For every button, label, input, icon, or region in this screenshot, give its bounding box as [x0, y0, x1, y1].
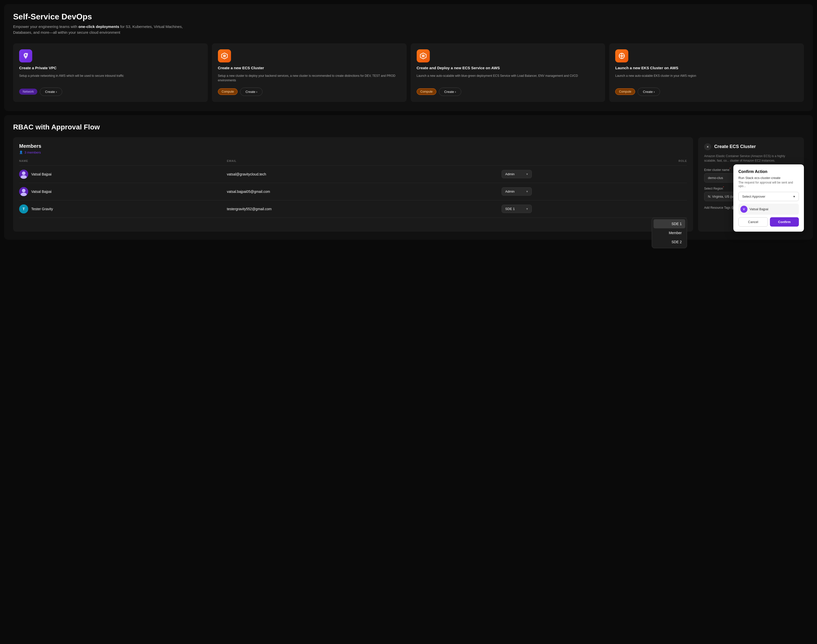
pagination: 1–3 of: [19, 222, 687, 225]
member-email: vatsal@gravitycloud.tech: [227, 166, 502, 183]
rbac-content: Members 3 members NAME EMAIL ROLE: [13, 137, 804, 232]
card-ecs-service-title: Create and Deploy a new ECS Service on A…: [417, 66, 599, 71]
member-role-cell: SDE 1 ▾ SDE 1 Member SDE 2: [502, 200, 687, 218]
add-tags-label: Add Resource Tags i: [704, 206, 736, 210]
dropdown-item-sde2[interactable]: SDE 2: [654, 238, 685, 247]
role-value: Admin: [505, 190, 515, 193]
cancel-button[interactable]: Cancel: [739, 217, 768, 227]
approver-option[interactable]: V Vatsal Bajpai: [739, 204, 799, 215]
card-ecs-service: Create and Deploy a new ECS Service on A…: [411, 43, 605, 102]
members-count: 3 members: [19, 150, 687, 154]
member-name: Vatsal Bajpai: [31, 190, 52, 193]
svg-marker-2: [223, 54, 226, 57]
col-role: ROLE: [502, 159, 687, 166]
confirm-action-stack-text: Run Stack ecs-cluster-create: [739, 176, 799, 180]
hero-subtitle-bold: one-click deployments: [78, 25, 119, 29]
card-ecs-cluster-badge[interactable]: Compute: [218, 88, 238, 95]
hero-subtitle-plain: Empower your engineering teams with: [13, 25, 78, 29]
role-dropdown-open[interactable]: SDE 1 ▾: [502, 205, 532, 213]
member-email: testergravity552@gmail.com: [227, 200, 502, 218]
card-ecs-service-footer: Compute Create ›: [417, 87, 599, 96]
member-email: vatsal.bajpai05@gmail.com: [227, 183, 502, 200]
card-vpc-icon: [19, 49, 32, 63]
role-dropdown[interactable]: Admin ▾: [502, 170, 532, 178]
card-ecs-service-desc: Launch a new auto-scalable with blue-gre…: [417, 74, 599, 83]
card-vpc-badge[interactable]: Network: [19, 89, 37, 95]
card-eks-title: Launch a new EKS Cluster on AWS: [615, 66, 798, 71]
confirm-action-title: Confirm Action: [739, 169, 799, 174]
ecs-cluster-panel: × Create ECS Cluster Amazon Elastic Cont…: [698, 137, 804, 232]
members-panel-title: Members: [19, 143, 687, 149]
card-ecs-cluster-desc: Setup a new cluster to deploy your backe…: [218, 74, 401, 83]
confirm-action-desc: The request for approval will be sent an…: [739, 181, 799, 188]
card-ecs-cluster-title: Create a new ECS Cluster: [218, 66, 401, 71]
member-name: Vatsal Bajpai: [31, 172, 52, 176]
avatar: T: [19, 204, 28, 213]
hero-title: Self-Service DevOps: [13, 12, 804, 21]
card-eks-badge[interactable]: Compute: [615, 88, 635, 95]
dropdown-item-member[interactable]: Member: [654, 228, 685, 238]
select-approver-dropdown[interactable]: Select Approver ▾: [739, 192, 799, 201]
confirm-buttons: Cancel Confirm: [739, 217, 799, 227]
member-name: Tester Gravity: [31, 207, 53, 211]
col-email: EMAIL: [227, 159, 502, 166]
svg-point-15: [22, 189, 25, 192]
member-name-cell: Vatsal Bajpai: [19, 183, 227, 200]
card-eks-create-btn[interactable]: Create ›: [637, 87, 660, 96]
rbac-title: RBAC with Approval Flow: [13, 123, 804, 131]
ecs-panel-header: × Create ECS Cluster: [704, 143, 798, 150]
card-vpc-create-btn[interactable]: Create ›: [40, 87, 62, 96]
rbac-section: RBAC with Approval Flow Members 3 member…: [4, 115, 813, 240]
card-ecs-cluster-create-btn[interactable]: Create ›: [240, 87, 263, 96]
approver-name: Vatsal Bajpai: [749, 207, 768, 211]
card-ecs-service-create-btn[interactable]: Create ›: [439, 87, 461, 96]
role-dropdown[interactable]: Admin ▾: [502, 187, 532, 196]
confirm-action-panel: Confirm Action Run Stack ecs-cluster-cre…: [733, 164, 804, 232]
table-row: Vatsal Bajpai vatsal@gravitycloud.tech A…: [19, 166, 687, 183]
hero-section: Self-Service DevOps Empower your enginee…: [4, 4, 813, 111]
card-ecs-cluster-icon: [218, 49, 231, 63]
confirm-button[interactable]: Confirm: [770, 217, 799, 227]
chevron-down-icon: ▾: [526, 172, 528, 176]
card-ecs-service-badge[interactable]: Compute: [417, 88, 436, 95]
card-vpc: Create a Private VPC Setup a private net…: [13, 43, 208, 102]
table-row: T Tester Gravity testergravity552@gmail.…: [19, 200, 687, 218]
approver-avatar: V: [740, 206, 748, 213]
card-vpc-title: Create a Private VPC: [19, 66, 202, 71]
member-name-cell: Vatsal Bajpai: [19, 166, 227, 183]
ecs-panel-close-btn[interactable]: ×: [704, 143, 711, 150]
dropdown-item-sde1[interactable]: SDE 1: [654, 219, 685, 228]
card-eks-footer: Compute Create ›: [615, 87, 798, 96]
member-name-cell: T Tester Gravity: [19, 200, 227, 218]
svg-point-6: [621, 55, 623, 57]
table-row: Vatsal Bajpai vatsal.bajpai05@gmail.com …: [19, 183, 687, 200]
member-role-cell: Admin ▾: [502, 166, 687, 183]
card-eks-desc: Launch a new auto-scalable EKS cluster i…: [615, 74, 798, 83]
card-eks: Launch a new EKS Cluster on AWS Launch a…: [609, 43, 804, 102]
members-table: NAME EMAIL ROLE Vatsal Bajpa: [19, 159, 687, 218]
role-value: Admin: [505, 172, 515, 176]
col-name: NAME: [19, 159, 227, 166]
role-dropdown-menu: SDE 1 Member SDE 2: [652, 218, 687, 248]
chevron-down-icon: ▾: [793, 195, 795, 198]
ecs-panel-description: Amazon Elastic Container Service (Amazon…: [704, 154, 798, 163]
role-value: SDE 1: [505, 207, 515, 211]
chevron-down-icon: ▾: [526, 190, 528, 193]
card-ecs-cluster: Create a new ECS Cluster Setup a new clu…: [212, 43, 407, 102]
svg-marker-4: [422, 54, 425, 57]
service-cards-row: Create a Private VPC Setup a private net…: [13, 43, 804, 102]
card-eks-icon: [615, 49, 628, 63]
card-vpc-footer: Network Create ›: [19, 87, 202, 96]
members-panel: Members 3 members NAME EMAIL ROLE: [13, 137, 693, 232]
avatar: [19, 187, 28, 196]
member-role-cell: Admin ▾: [502, 183, 687, 200]
card-ecs-service-icon: [417, 49, 430, 63]
svg-point-12: [22, 172, 25, 175]
chevron-down-icon: ▾: [526, 207, 528, 211]
card-vpc-desc: Setup a private networking in AWS which …: [19, 74, 202, 83]
ecs-panel-title: Create ECS Cluster: [714, 144, 756, 149]
svg-point-0: [26, 53, 28, 55]
hero-subtitle: Empower your engineering teams with one-…: [13, 24, 189, 35]
select-approver-label: Select Approver: [742, 195, 765, 198]
avatar: [19, 170, 28, 179]
